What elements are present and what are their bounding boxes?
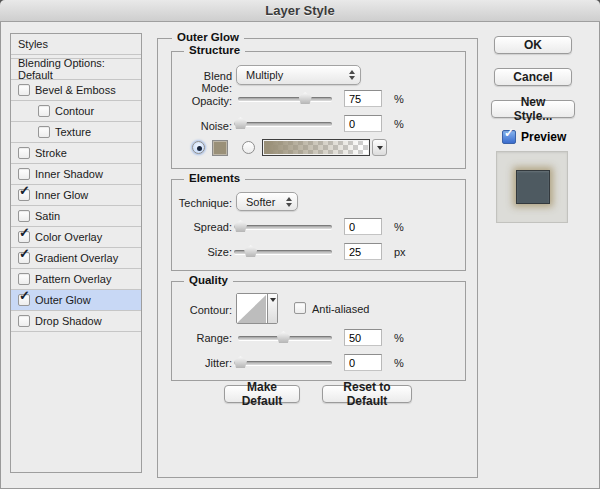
new-style-button[interactable]: New Style... (491, 100, 575, 118)
style-checkbox[interactable]: ✓ (18, 168, 30, 180)
technique-select[interactable]: Softer (236, 192, 298, 211)
range-input[interactable] (344, 329, 382, 346)
range-label: Range: (174, 332, 232, 344)
sidebar-item-label: Satin (35, 210, 60, 222)
sidebar-item-inner-glow[interactable]: ✓ Inner Glow (11, 185, 141, 206)
glow-color-swatch[interactable] (212, 140, 228, 156)
sidebar-item-label: Inner Glow (35, 189, 88, 201)
sidebar-item-label: Stroke (35, 147, 67, 159)
gradient-radio[interactable] (242, 141, 255, 154)
sidebar-item-label: Bevel & Emboss (35, 84, 116, 96)
quality-group: Quality Contour: ✓ Anti-aliased Range: %… (171, 281, 466, 381)
noise-unit: % (394, 118, 404, 130)
blending-options-label: Blending Options: Default (18, 57, 141, 81)
size-slider[interactable] (234, 250, 332, 254)
panel-title: Outer Glow (172, 31, 244, 43)
jitter-unit: % (394, 357, 404, 369)
spread-slider-thumb[interactable] (234, 220, 247, 232)
sidebar-item-gradient-overlay[interactable]: ✓ Gradient Overlay (11, 248, 141, 269)
sidebar-item-label: Pattern Overlay (35, 273, 111, 285)
sidebar-item-label: Gradient Overlay (35, 252, 118, 264)
contour-thumbnail[interactable] (236, 293, 278, 324)
blend-mode-label: Blend Mode: (174, 70, 232, 94)
quality-legend: Quality (184, 274, 233, 286)
opacity-label: Opacity: (174, 95, 232, 107)
make-default-button[interactable]: Make Default (224, 385, 300, 403)
blend-mode-value: Multiply (246, 69, 283, 81)
size-input[interactable] (344, 243, 382, 260)
range-slider[interactable] (238, 336, 332, 340)
range-unit: % (394, 332, 404, 344)
layer-style-dialog: Layer Style Styles Blending Options: Def… (0, 0, 600, 489)
preview-glow-square (516, 170, 550, 204)
sidebar-item-stroke[interactable]: ✓ Stroke (11, 143, 141, 164)
sidebar-item-styles[interactable]: Styles (11, 34, 141, 55)
chevron-down-icon (270, 298, 276, 302)
preview-thumbnail-panel (496, 151, 568, 223)
spread-slider[interactable] (234, 225, 332, 229)
spread-label: Spread: (174, 221, 232, 233)
noise-input[interactable] (344, 115, 382, 132)
sidebar-item-blending-options[interactable]: Blending Options: Default (11, 59, 141, 80)
style-checkbox[interactable]: ✓ (18, 147, 30, 159)
contour-dropdown-strip[interactable] (267, 294, 277, 323)
styles-list: ✓ Bevel & Emboss ✓ Contour ✓ Texture ✓ S… (11, 80, 141, 332)
noise-slider-thumb[interactable] (234, 117, 247, 129)
sidebar-item-bevel-emboss[interactable]: ✓ Bevel & Emboss (11, 80, 141, 101)
style-checkbox[interactable]: ✓ (18, 294, 30, 306)
style-checkbox[interactable]: ✓ (18, 273, 30, 285)
checkmark-icon: ✓ (19, 225, 30, 240)
blend-mode-select[interactable]: Multiply (236, 65, 361, 85)
style-checkbox[interactable]: ✓ (18, 315, 30, 327)
sidebar-item-contour[interactable]: ✓ Contour (11, 101, 141, 122)
jitter-slider-thumb[interactable] (234, 356, 247, 368)
sidebar-item-label: Inner Shadow (35, 168, 103, 180)
sidebar-item-label: Drop Shadow (35, 315, 102, 327)
spread-input[interactable] (344, 218, 382, 235)
style-checkbox[interactable]: ✓ (18, 231, 30, 243)
titlebar[interactable]: Layer Style (0, 0, 600, 22)
sidebar-item-drop-shadow[interactable]: ✓ Drop Shadow (11, 311, 141, 332)
sidebar-item-texture[interactable]: ✓ Texture (11, 122, 141, 143)
preview-label: Preview (521, 130, 566, 144)
sidebar-item-color-overlay[interactable]: ✓ Color Overlay (11, 227, 141, 248)
technique-label: Technique: (174, 197, 232, 209)
style-checkbox[interactable]: ✓ (18, 189, 30, 201)
window-title: Layer Style (265, 3, 334, 18)
sidebar-item-outer-glow[interactable]: ✓ Outer Glow (11, 290, 141, 311)
size-label: Size: (174, 246, 232, 258)
opacity-slider[interactable] (238, 97, 332, 101)
size-unit: px (394, 246, 406, 258)
sidebar-item-inner-shadow[interactable]: ✓ Inner Shadow (11, 164, 141, 185)
gradient-dropdown-button[interactable] (372, 139, 387, 156)
checkmark-icon: ✓ (19, 246, 30, 261)
style-checkbox[interactable]: ✓ (18, 84, 30, 96)
style-checkbox[interactable]: ✓ (18, 252, 30, 264)
style-checkbox[interactable]: ✓ (18, 210, 30, 222)
checkmark-icon: ✓ (19, 183, 30, 198)
size-slider-thumb[interactable] (244, 245, 257, 257)
structure-group: Structure Blend Mode: Multiply Opacity: … (171, 51, 466, 169)
gradient-preview[interactable] (262, 139, 370, 156)
style-checkbox[interactable]: ✓ (38, 105, 50, 117)
sidebar-item-satin[interactable]: ✓ Satin (11, 206, 141, 227)
reset-to-default-button[interactable]: Reset to Default (322, 385, 412, 403)
ok-button[interactable]: OK (494, 36, 572, 54)
jitter-slider[interactable] (234, 361, 332, 365)
sidebar-item-pattern-overlay[interactable]: ✓ Pattern Overlay (11, 269, 141, 290)
cancel-button[interactable]: Cancel (494, 68, 572, 86)
jitter-input[interactable] (344, 354, 382, 371)
antialiased-checkbox[interactable]: ✓ (294, 302, 306, 314)
preview-checkbox[interactable]: ✓ (502, 130, 516, 144)
solid-color-radio[interactable] (192, 141, 205, 154)
noise-slider[interactable] (234, 122, 332, 126)
contour-label: Contour: (174, 304, 232, 316)
elements-legend: Elements (184, 172, 245, 184)
range-slider-thumb[interactable] (277, 331, 290, 343)
opacity-slider-thumb[interactable] (299, 92, 312, 104)
antialiased-label: Anti-aliased (312, 303, 369, 315)
style-checkbox[interactable]: ✓ (38, 126, 50, 138)
elements-group: Elements Technique: Softer Spread: % Siz… (171, 179, 466, 271)
chevron-down-icon (377, 146, 383, 150)
opacity-input[interactable] (344, 90, 382, 107)
